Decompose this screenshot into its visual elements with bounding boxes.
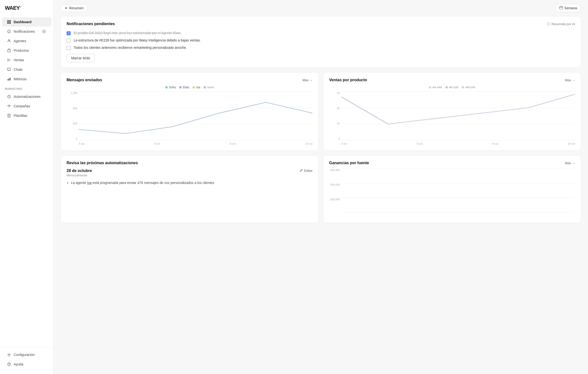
x-label: 4 oct [79,142,84,145]
sidebar-item-notificaciones[interactable]: Notificaciones 2 [2,27,52,36]
sidebar-item-label: Plantillas [14,114,27,118]
svg-rect-9 [9,78,10,80]
auto-freq: Mensualmente [67,174,92,177]
sidebar-item-ayuda[interactable]: Ayuda [2,360,52,369]
resumen-button[interactable]: ✦ Resumen [61,4,88,12]
svg-text:?: ? [548,23,549,25]
ganancias-header: Ganancias por fuente Más → [329,161,575,165]
marketing-nav: Automatizaciones Campañas Plantillas [0,92,53,121]
ganancias-more[interactable]: Más → [565,161,575,165]
x-label: 4 oct [341,142,347,145]
notification-badge: 2 [42,30,47,33]
svg-rect-0 [7,20,9,22]
y-label: 0 [76,137,77,140]
chat-icon [7,67,11,72]
notification-checkbox-1[interactable] [67,31,71,35]
svg-rect-2 [7,22,9,24]
sidebar-item-plantillas[interactable]: Plantillas [2,111,52,120]
ventas-line-chart [341,91,575,140]
notification-item: Todos los clientes anteriores recibieron… [67,44,575,52]
ventas-more[interactable]: Más → [565,78,575,82]
legend-dot [193,86,195,88]
auto-body: 28 de octubre Mensualmente Editar [67,169,313,177]
notifications-title: Notificaciones pendientes [67,22,115,26]
sidebar-item-campanas[interactable]: Campañas [2,101,52,111]
semana-button[interactable]: Semana [555,4,581,12]
automatizaciones-card: Revisa las próximas automatizaciones 28 … [61,155,319,223]
svg-rect-10 [10,77,10,80]
svg-marker-6 [8,59,10,61]
legend-dot [429,86,431,88]
y-label: 0 [338,137,340,140]
svg-point-14 [9,354,10,355]
mensajes-header: Mensajes enviados Más → [67,78,313,82]
charts-row: Mensajes enviados Más → Sofía Elias Isa [61,72,581,151]
notification-item: La estructura de #E226 fue optimizada po… [67,37,575,44]
gear-icon [7,352,11,357]
mensajes-legend: Sofía Elias Isa Santi [67,86,313,89]
sidebar-item-label: Métricas [14,77,27,81]
legend-item-isa: Isa [193,86,200,89]
file-icon [7,113,11,118]
sidebar-item-configuracion[interactable]: Configuración [2,350,52,359]
notifications-header: Notificaciones pendientes ? Resumida por… [67,22,575,26]
x-label: 10 oct [568,142,575,145]
bell-icon [7,29,11,34]
ganancias-card: Ganancias por fuente Más → 400,000 300,0… [323,155,581,223]
x-label: 6 oct [154,142,160,145]
y-label: 800 [73,107,77,110]
clock-icon [7,94,11,99]
legend-item-e226: #E-226 [445,86,459,89]
auto-date: 28 de octubre [67,169,92,173]
svg-rect-7 [8,68,11,70]
notification-item: El pedido OA-0422 llegó roto, pero fue s… [67,30,575,37]
ia-badge[interactable]: ? Resumida por IA [547,22,575,26]
sidebar-item-ventas[interactable]: Ventas [2,55,52,65]
svg-rect-1 [9,20,11,22]
svg-rect-8 [8,79,8,80]
notification-checkbox-2[interactable] [67,39,71,43]
sidebar-item-label: Notificaciones [14,30,35,33]
sidebar-item-label: Agentes [14,39,26,43]
mark-read-button[interactable]: Marcar leído [67,54,95,62]
svg-point-12 [9,107,9,107]
main-content: ✦ Resumen Semana Notificaciones pendient… [54,0,588,374]
legend-dot [462,86,464,88]
topbar: ✦ Resumen Semana [54,0,588,16]
svg-rect-17 [559,7,563,9]
x-label: 10 oct [305,142,313,145]
legend-dot [179,86,182,88]
legend-dot [204,86,206,88]
legend-item-a148: #A-148 [429,86,442,89]
auto-card-header: Revisa las próximas automatizaciones [67,161,313,165]
y-label: 400 [73,122,77,125]
arrow-right-icon [7,58,11,62]
svg-rect-5 [8,50,10,52]
notification-checkbox-3[interactable] [67,46,71,50]
sidebar-item-chats[interactable]: Chats [2,65,52,74]
y-label: 1,200 [71,91,77,94]
user-icon [7,39,11,43]
auto-title: Revisa las próximas automatizaciones [67,161,138,165]
mensajes-more[interactable]: Más → [303,78,313,82]
sidebar-item-metricas[interactable]: Métricas [2,74,52,84]
calendar-icon [559,6,563,10]
grid-icon [7,20,11,24]
mensajes-title: Mensajes enviados [67,78,102,82]
sidebar-bottom: Configuración Ayuda [0,347,53,369]
sidebar-item-dashboard[interactable]: Dashboard [2,17,52,27]
sidebar-item-agentes[interactable]: Agentes [2,36,52,46]
notification-list: El pedido OA-0422 llegó roto, pero fue s… [67,30,575,52]
sidebar-item-productos[interactable]: Productos [2,46,52,55]
edit-icon [300,169,303,173]
ganancias-title: Ganancias por fuente [329,161,369,165]
logo: WAEY® [0,5,53,17]
sidebar-item-label: Dashboard [14,20,32,24]
y-label: 300,000 [330,183,340,186]
mensajes-line-chart [79,91,313,140]
bars-container [344,169,573,212]
marketing-section-label: MARKETING [0,84,53,92]
legend-dot [445,86,448,88]
edit-button[interactable]: Editar [300,169,313,173]
sidebar-item-automatizaciones[interactable]: Automatizaciones [2,92,52,101]
